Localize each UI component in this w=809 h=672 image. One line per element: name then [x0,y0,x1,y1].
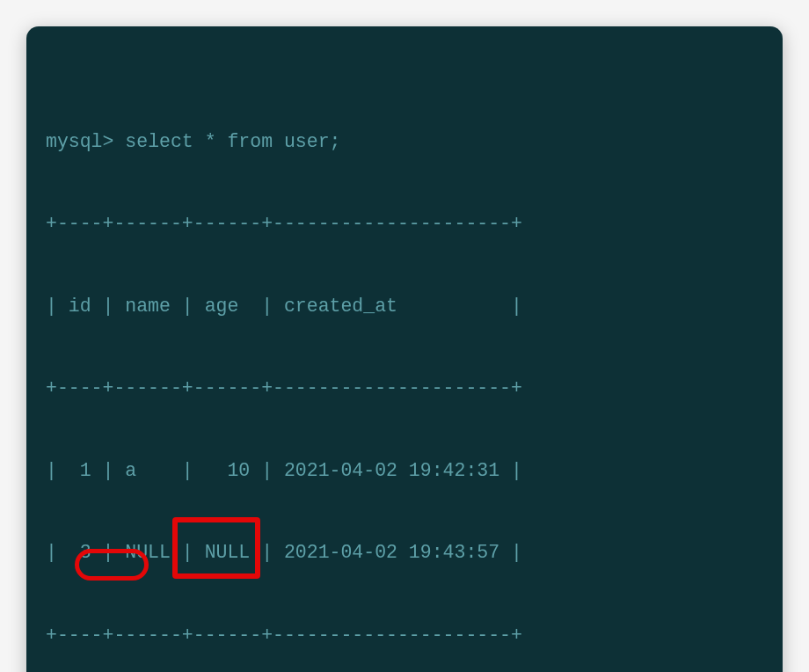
q1-row-1: | 3 | NULL | NULL | 2021-04-02 19:43:57 … [46,539,763,566]
prompt-line-1: mysql> select * from user; [46,128,763,156]
q1-border-bot: +----+------+------+--------------------… [46,622,763,649]
mysql-terminal[interactable]: mysql> select * from user; +----+------+… [26,26,783,672]
prompt: mysql> [46,131,113,152]
q1-row-0: | 1 | a | 10 | 2021-04-02 19:42:31 | [46,457,763,485]
q1-header: | id | name | age | created_at | [46,293,763,320]
q1-border-top: +----+------+------+--------------------… [46,210,763,237]
q1-border-mid: +----+------+------+--------------------… [46,375,763,402]
null-highlight-rect [172,517,260,579]
query1-command: select * from user; [125,131,340,152]
null-highlight-oval [75,549,149,581]
